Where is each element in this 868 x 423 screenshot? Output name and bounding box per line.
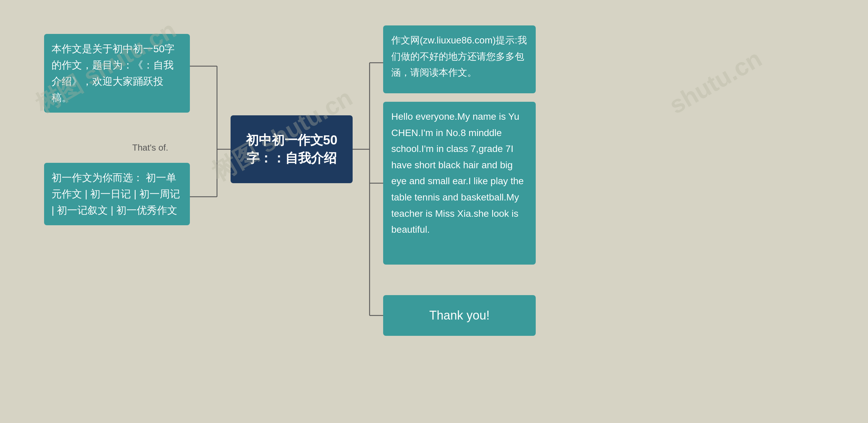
thats-of-label: That's of. [132, 142, 168, 153]
thank-you-text: Thank you! [429, 308, 490, 323]
right-node-bottom: Thank you! [383, 295, 536, 336]
left-node-bottom-text: 初一作文为你而选： 初一单元作文 | 初一日记 | 初一周记 | 初一记叙文 |… [52, 170, 182, 218]
right-node-top-text: 作文网(zw.liuxue86.com)提示:我们做的不好的地方还请您多多包涵，… [391, 32, 528, 81]
left-node-top: 本作文是关于初中初一50字的作文，题目为：《：自我介绍》，欢迎大家踊跃投稿。 [44, 34, 190, 113]
left-node-bottom: 初一作文为你而选： 初一单元作文 | 初一日记 | 初一周记 | 初一记叙文 |… [44, 163, 190, 225]
left-node-top-text: 本作文是关于初中初一50字的作文，题目为：《：自我介绍》，欢迎大家踊跃投稿。 [52, 41, 182, 106]
right-node-middle-text: Hello everyone.My name is Yu CHEN.I'm in… [391, 109, 528, 238]
central-node: 初中初一作文50字：：自我介绍 [231, 115, 353, 183]
central-node-text: 初中初一作文50字：：自我介绍 [236, 131, 347, 167]
mindmap-container: 树图 shutu.cn 树图 shutu.cn shutu.cn 初中初一作文5… [0, 0, 868, 423]
right-node-middle: Hello everyone.My name is Yu CHEN.I'm in… [383, 102, 536, 265]
right-node-top: 作文网(zw.liuxue86.com)提示:我们做的不好的地方还请您多多包涵，… [383, 25, 536, 93]
